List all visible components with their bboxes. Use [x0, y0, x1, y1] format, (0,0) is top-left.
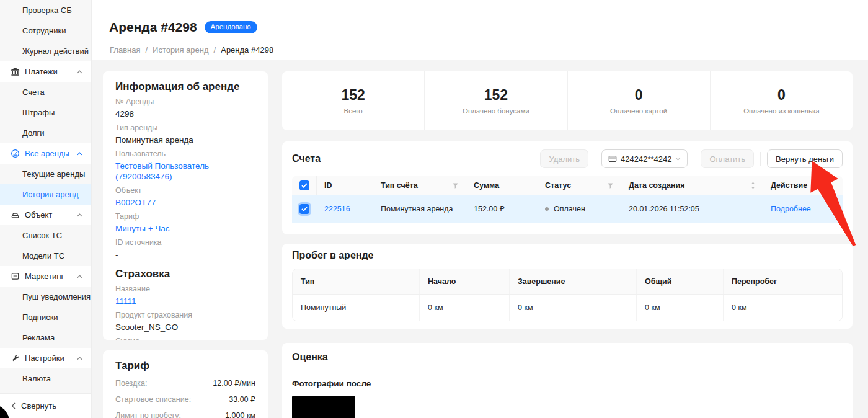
invoices-card: Счета Удалить 424242**4242 Оплатить Верн… — [282, 141, 852, 234]
breadcrumb-home[interactable]: Главная — [110, 45, 140, 55]
payment-stats-card: 152 Всего 152 Оплачено бонусами 0 Оплаче… — [282, 71, 852, 130]
sidebar-item-vehicle-list[interactable]: Список ТС — [0, 225, 91, 246]
mileage-col-overrun: Перепробег — [723, 269, 842, 294]
field-rent-number: № Аренды 4298 — [115, 97, 255, 119]
filter-icon[interactable] — [452, 182, 459, 189]
field-object: Объект B002OT77 — [115, 186, 255, 208]
divider — [760, 152, 761, 166]
marketing-icon — [11, 272, 20, 281]
rent-info-card: Информация об аренде № Аренды 4298 Тип а… — [103, 71, 268, 340]
sidebar-item-action-log[interactable]: Журнал действий — [0, 41, 91, 61]
mileage-start: 0 км — [419, 295, 509, 321]
sidebar-item-label: Штрафы — [22, 108, 55, 117]
payment-card-select[interactable]: 424242**4242 — [601, 149, 688, 168]
sidebar-item-subscriptions[interactable]: Подписки — [0, 307, 91, 327]
sidebar-section-label: Все аренды — [25, 149, 69, 158]
sidebar-section-settings[interactable]: Настройки — [0, 348, 91, 368]
column-header-created: Дата создания — [629, 181, 684, 190]
sidebar-section-label: Платежи — [25, 67, 58, 76]
sidebar-section-payments[interactable]: Платежи — [0, 61, 91, 82]
mileage-total: 0 км — [636, 295, 723, 321]
mileage-end: 0 км — [509, 295, 636, 321]
sidebar-item-push-notifications[interactable]: Пуш уведомления — [0, 287, 91, 307]
chevron-up-icon — [77, 152, 82, 156]
field-source-id: ID источника - — [115, 238, 255, 260]
divider — [595, 152, 595, 166]
sidebar-item-rent-history[interactable]: История аренд — [0, 184, 91, 205]
mileage-table-header: Тип Начало Завершение Общий Перепробег — [293, 269, 842, 294]
sidebar-section-marketing[interactable]: Маркетинг — [0, 266, 91, 287]
sidebar-item-label: Текущие аренды — [22, 169, 85, 179]
refund-button[interactable]: Вернуть деньги — [767, 149, 843, 168]
sorter-icon[interactable] — [750, 181, 756, 190]
field-insurance-product: Продукт страхования Scooter_NS_GO — [115, 311, 255, 332]
sidebar-section-label: Объект — [25, 210, 52, 220]
breadcrumb-current: Аренда #4298 — [221, 45, 273, 55]
sidebar-item-invoices[interactable]: Счета — [0, 82, 91, 102]
column-header-action: Действие — [763, 176, 843, 195]
field-rent-type: Тип аренды Поминутная аренда — [115, 123, 255, 145]
stat-paid-card: 0 Оплачено картой — [567, 71, 710, 130]
sidebar-item-vehicle-models[interactable]: Модели ТС — [0, 246, 91, 266]
tariff-row-start-fee: Стартовое списание: 33.00 ₽ — [115, 394, 255, 404]
sidebar-item-security-check[interactable]: Проверка СБ — [0, 0, 91, 20]
sidebar-item-employees[interactable]: Сотрудники — [0, 20, 91, 41]
payment-card-value: 424242**4242 — [621, 154, 671, 164]
field-user: Пользователь Тестовый Пользователь (7920… — [115, 149, 255, 182]
rating-card: Оценка Фотографии после — [282, 343, 852, 418]
sidebar-item-label: Счета — [22, 87, 45, 97]
mileage-overrun: 0 км — [723, 295, 842, 321]
sidebar-item-label: Проверка СБ — [22, 6, 72, 15]
speedometer-icon — [11, 149, 20, 158]
breadcrumb-rent-history[interactable]: История аренд — [153, 45, 208, 55]
sidebar-item-current-rents[interactable]: Текущие аренды — [0, 164, 91, 184]
status-dot — [545, 207, 549, 211]
insurance-name-link[interactable]: 11111 — [115, 296, 255, 306]
sidebar-item-label: Валюта — [22, 374, 51, 383]
field-tariff: Тариф Минуты + Час — [115, 212, 255, 234]
collapse-label: Свернуть — [21, 401, 56, 411]
sidebar-collapse-button[interactable]: Свернуть — [0, 393, 91, 418]
stat-paid-bonuses: 152 Оплачено бонусами — [424, 71, 567, 130]
pay-button[interactable]: Оплатить — [701, 149, 754, 168]
column-header-id: ID — [317, 176, 373, 195]
credit-card-icon — [608, 154, 617, 163]
sidebar-item-fines[interactable]: Штрафы — [0, 102, 91, 123]
select-all-checkbox[interactable] — [299, 180, 309, 190]
sidebar-item-label: Модели ТС — [22, 251, 64, 260]
field-insurance-sum: Сумма 111 ₽ — [115, 337, 255, 340]
sidebar-section-all-rents[interactable]: Все аренды — [0, 143, 91, 164]
filter-icon[interactable] — [607, 182, 614, 189]
row-checkbox[interactable] — [299, 204, 309, 214]
sidebar-item-ads[interactable]: Реклама — [0, 327, 91, 348]
invoice-row[interactable]: 222516 Поминутная аренда 152.00 ₽ Оплаче… — [292, 195, 843, 223]
page-title: Аренда #4298 — [109, 20, 197, 35]
sidebar-section-label: Маркетинг — [25, 272, 64, 281]
mileage-card: Пробег в аренде Тип Начало Завершение Об… — [282, 244, 852, 329]
rating-title: Оценка — [292, 352, 843, 363]
column-header-status: Статус — [545, 181, 571, 190]
invoices-title: Счета — [292, 153, 321, 164]
tariff-link[interactable]: Минуты + Час — [115, 223, 255, 234]
user-link[interactable]: Тестовый Пользователь (79200583476) — [115, 161, 255, 182]
breadcrumb-separator: / — [145, 45, 148, 55]
chevron-up-icon — [77, 70, 82, 74]
sidebar-item-currency[interactable]: Валюта — [0, 368, 91, 389]
page-header: Аренда #4298 Арендовано Главная / Истори… — [92, 0, 868, 60]
tariff-title: Тариф — [115, 360, 255, 372]
invoice-id-link[interactable]: 222516 — [324, 205, 350, 213]
chevron-down-icon — [675, 157, 681, 161]
photos-after-label: Фотографии после — [292, 379, 843, 388]
object-link[interactable]: B002OT77 — [115, 197, 255, 208]
delete-button[interactable]: Удалить — [540, 149, 588, 168]
sidebar-item-debts[interactable]: Долги — [0, 123, 91, 143]
sidebar-item-label: История аренд — [22, 190, 78, 199]
photo-after-thumbnail[interactable] — [292, 396, 355, 418]
sidebar-section-object[interactable]: Объект — [0, 205, 91, 225]
divider — [694, 152, 694, 166]
sidebar-item-label: Журнал действий — [22, 47, 89, 56]
invoice-sum: 152.00 ₽ — [466, 204, 538, 213]
chevron-up-icon — [77, 275, 82, 278]
breadcrumb: Главная / История аренд / Аренда #4298 — [110, 45, 273, 55]
details-link[interactable]: Подробнее — [771, 205, 811, 213]
